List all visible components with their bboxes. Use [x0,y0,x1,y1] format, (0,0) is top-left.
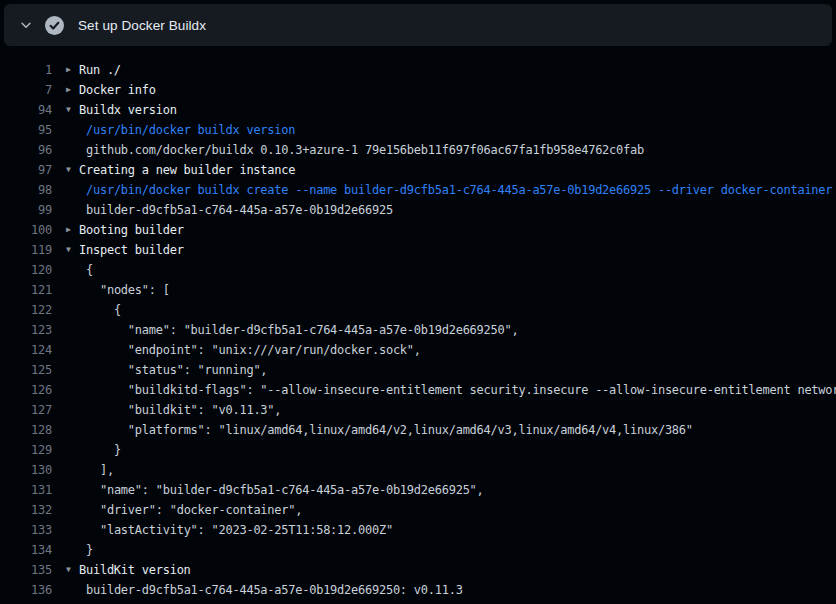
marker-spacer [66,200,79,220]
line-number-link[interactable]: 130 [0,460,52,480]
log-line-row: 128 "platforms": "linux/amd64,linux/amd6… [0,420,836,440]
log-group-row[interactable]: 119▼Inspect builder [0,240,836,260]
line-number-link[interactable]: 122 [0,300,52,320]
line-number-link[interactable]: 121 [0,280,52,300]
marker-spacer [66,300,79,320]
log-line-text: Docker info [79,80,156,100]
line-number-link[interactable]: 124 [0,340,52,360]
log-line-text: "platforms": "linux/amd64,linux/amd64/v2… [79,420,693,440]
log-line-row: 122 { [0,300,836,320]
log-line-row: 98/usr/bin/docker buildx create --name b… [0,180,836,200]
line-number-link[interactable]: 98 [0,180,52,200]
line-number-link[interactable]: 126 [0,380,52,400]
log-line-row: 134} [0,540,836,560]
marker-spacer [66,580,79,600]
log-line-text: /usr/bin/docker buildx version [79,120,295,140]
step-header[interactable]: Set up Docker Buildx [4,4,832,46]
log-line-text: ], [79,460,114,480]
log-group-row[interactable]: 7▶Docker info [0,80,836,100]
log-line-row: 120{ [0,260,836,280]
log-line-row: 121 "nodes": [ [0,280,836,300]
log-line-row: 96github.com/docker/buildx 0.10.3+azure-… [0,140,836,160]
line-number-link[interactable]: 99 [0,200,52,220]
log-line-text: "nodes": [ [79,280,170,300]
group-expanded-icon[interactable]: ▼ [66,560,79,580]
marker-spacer [66,400,79,420]
log-group-row[interactable]: 135▼BuildKit version [0,560,836,580]
line-number-link[interactable]: 133 [0,520,52,540]
group-expanded-icon[interactable]: ▼ [66,240,79,260]
log-line-row: 129 } [0,440,836,460]
line-number-link[interactable]: 120 [0,260,52,280]
group-collapsed-icon[interactable]: ▶ [66,60,79,80]
log-line-text: Creating a new builder instance [79,160,295,180]
marker-spacer [66,460,79,480]
log-line-text: } [79,540,93,560]
line-number-link[interactable]: 100 [0,220,52,240]
marker-spacer [66,380,79,400]
line-number-link[interactable]: 95 [0,120,52,140]
log-group-row[interactable]: 94▼Buildx version [0,100,836,120]
line-number-link[interactable]: 97 [0,160,52,180]
log-line-row: 130 ], [0,460,836,480]
log-line-text: "driver": "docker-container", [79,500,302,520]
log-line-row: 99builder-d9cfb5a1-c764-445a-a57e-0b19d2… [0,200,836,220]
chevron-down-icon[interactable] [18,17,34,33]
log-line-text: Inspect builder [79,240,184,260]
marker-spacer [66,180,79,200]
log-group-row[interactable]: 100▶Booting builder [0,220,836,240]
group-expanded-icon[interactable]: ▼ [66,100,79,120]
log-line-row: 95/usr/bin/docker buildx version [0,120,836,140]
marker-spacer [66,340,79,360]
log-line-text: /usr/bin/docker buildx create --name bui… [79,180,832,200]
line-number-link[interactable]: 136 [0,580,52,600]
group-collapsed-icon[interactable]: ▶ [66,220,79,240]
log-line-row: 131 "name": "builder-d9cfb5a1-c764-445a-… [0,480,836,500]
log-group-row[interactable]: 1▶Run ./ [0,60,836,80]
group-collapsed-icon[interactable]: ▶ [66,80,79,100]
log-line-text: Buildx version [79,100,177,120]
marker-spacer [66,440,79,460]
line-number-link[interactable]: 132 [0,500,52,520]
marker-spacer [66,500,79,520]
log-group-row[interactable]: 97▼Creating a new builder instance [0,160,836,180]
line-number-link[interactable]: 7 [0,80,52,100]
line-number-link[interactable]: 119 [0,240,52,260]
marker-spacer [66,320,79,340]
line-number-link[interactable]: 127 [0,400,52,420]
line-number-link[interactable]: 1 [0,60,52,80]
group-expanded-icon[interactable]: ▼ [66,160,79,180]
marker-spacer [66,140,79,160]
line-number-link[interactable]: 123 [0,320,52,340]
line-number-link[interactable]: 125 [0,360,52,380]
line-number-link[interactable]: 135 [0,560,52,580]
line-number-link[interactable]: 128 [0,420,52,440]
log-line-text: "lastActivity": "2023-02-25T11:58:12.000… [79,520,393,540]
log-line-row: 136builder-d9cfb5a1-c764-445a-a57e-0b19d… [0,580,836,600]
line-number-link[interactable]: 129 [0,440,52,460]
marker-spacer [66,540,79,560]
log-line-row: 133 "lastActivity": "2023-02-25T11:58:12… [0,520,836,540]
marker-spacer [66,480,79,500]
line-number-link[interactable]: 96 [0,140,52,160]
log-line-text: builder-d9cfb5a1-c764-445a-a57e-0b19d2e6… [79,580,463,600]
log-line-text: github.com/docker/buildx 0.10.3+azure-1 … [79,140,644,160]
marker-spacer [66,120,79,140]
line-number-link[interactable]: 134 [0,540,52,560]
marker-spacer [66,260,79,280]
line-number-link[interactable]: 94 [0,100,52,120]
marker-spacer [66,360,79,380]
log-line-row: 126 "buildkitd-flags": "--allow-insecure… [0,380,836,400]
log-line-row: 123 "name": "builder-d9cfb5a1-c764-445a-… [0,320,836,340]
log-line-text: "status": "running", [79,360,267,380]
line-number-link[interactable]: 131 [0,480,52,500]
log-line-text: "endpoint": "unix:///var/run/docker.sock… [79,340,421,360]
log-line-text: Run ./ [79,60,121,80]
marker-spacer [66,520,79,540]
log-line-row: 127 "buildkit": "v0.11.3", [0,400,836,420]
log-body: 1▶Run ./7▶Docker info94▼Buildx version95… [0,60,836,604]
log-line-row: 132 "driver": "docker-container", [0,500,836,520]
log-line-text: Booting builder [79,220,184,240]
log-line-text: { [79,300,121,320]
step-title: Set up Docker Buildx [78,18,206,33]
